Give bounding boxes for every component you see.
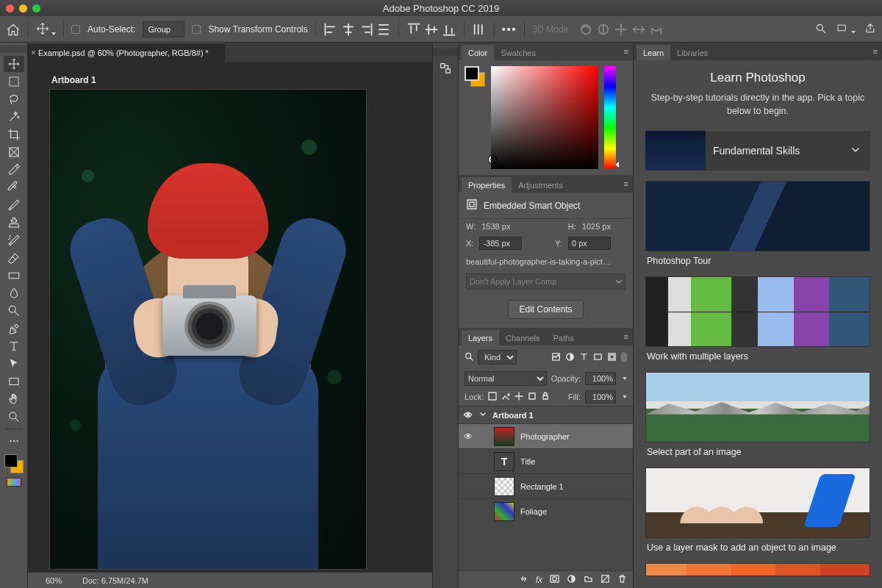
tab-swatches[interactable]: Swatches <box>494 45 542 60</box>
lock-transparent-icon[interactable] <box>488 392 497 402</box>
panel-menu-icon[interactable]: ≡ <box>624 179 628 188</box>
3d-scale-icon[interactable] <box>649 22 664 37</box>
color-field[interactable] <box>491 66 598 169</box>
align-left-icon[interactable] <box>323 22 338 37</box>
panel-grip[interactable] <box>0 46 27 53</box>
show-transform-checkbox[interactable] <box>192 25 201 34</box>
lock-position-icon[interactable] <box>514 392 523 402</box>
quick-mask-toggle[interactable] <box>7 478 21 487</box>
layer-thumb[interactable] <box>494 477 514 496</box>
link-layers-icon[interactable] <box>519 574 528 586</box>
lasso-tool[interactable] <box>4 91 24 107</box>
layer-filter-kind[interactable]: Kind <box>478 350 517 365</box>
share-icon[interactable] <box>864 23 876 36</box>
panel-menu-icon[interactable]: ≡ <box>624 47 628 56</box>
opacity-input[interactable] <box>585 372 616 385</box>
lock-image-icon[interactable] <box>501 392 510 402</box>
dodge-tool[interactable] <box>4 303 24 319</box>
edit-contents-button[interactable]: Edit Contents <box>508 300 583 319</box>
3d-slide-icon[interactable] <box>631 22 646 37</box>
doc-size[interactable]: Doc: 6.75M/24.7M <box>82 576 148 585</box>
pen-tool[interactable] <box>4 320 24 337</box>
learn-tile-mask[interactable]: Use a layer mask to add an object to an … <box>645 467 870 553</box>
chevron-down-icon[interactable] <box>479 411 487 420</box>
panel-grip[interactable] <box>433 49 458 56</box>
tab-libraries[interactable]: Libraries <box>670 45 714 60</box>
3d-pan-icon[interactable] <box>614 22 628 37</box>
learn-tile-select[interactable]: Select part of an image <box>645 372 870 457</box>
lock-all-icon[interactable] <box>541 392 550 402</box>
tab-paths[interactable]: Paths <box>547 330 581 345</box>
layer-title[interactable]: T Title <box>459 448 633 473</box>
home-button[interactable] <box>6 23 21 36</box>
prop-y-input[interactable] <box>568 237 611 250</box>
frame-tool[interactable] <box>4 144 24 160</box>
prop-x-input[interactable] <box>479 237 522 250</box>
layer-thumb[interactable]: T <box>494 452 514 471</box>
edit-toolbar[interactable] <box>4 433 24 449</box>
marquee-tool[interactable] <box>4 74 24 90</box>
layer-thumb[interactable] <box>494 427 514 446</box>
eyedropper-tool[interactable] <box>4 162 24 178</box>
more-options-icon[interactable]: ••• <box>502 24 517 35</box>
auto-select-checkbox[interactable] <box>71 25 80 34</box>
filter-pixel-icon[interactable] <box>551 352 561 363</box>
3d-orbit-icon[interactable] <box>578 22 593 37</box>
close-tab-icon[interactable]: × <box>31 48 36 58</box>
align-vcenter-icon[interactable] <box>424 22 439 37</box>
filter-search-icon[interactable] <box>465 352 473 362</box>
layer-thumb[interactable] <box>494 502 514 521</box>
filter-adjust-icon[interactable] <box>565 352 575 363</box>
layer-fx-icon[interactable]: fx <box>536 575 542 585</box>
window-close[interactable] <box>6 4 14 12</box>
blend-mode-select[interactable]: Normal <box>465 371 547 386</box>
brush-tool[interactable] <box>4 197 24 213</box>
distribute-h-icon[interactable] <box>376 22 391 37</box>
layer-comp-select[interactable]: Don't Apply Layer Comp <box>466 273 625 290</box>
adjustment-layer-icon[interactable] <box>567 574 576 586</box>
learn-tile-tour[interactable]: Photoshop Tour <box>645 181 870 266</box>
history-panel-icon[interactable] <box>437 60 453 76</box>
crop-tool[interactable] <box>4 126 24 143</box>
layer-artboard[interactable]: 👁 Artboard 1 <box>459 406 633 423</box>
tab-layers[interactable]: Layers <box>462 330 499 345</box>
blur-tool[interactable] <box>4 285 24 301</box>
3d-roll-icon[interactable] <box>596 22 611 37</box>
move-tool-icon[interactable] <box>36 22 56 37</box>
hand-tool[interactable] <box>4 391 24 407</box>
zoom-level[interactable]: 60% <box>46 576 62 585</box>
learn-tile-layers[interactable]: Work with multiple layers <box>645 276 870 362</box>
history-brush-tool[interactable] <box>4 232 24 248</box>
tab-learn[interactable]: Learn <box>637 45 670 60</box>
color-foreground-background[interactable] <box>465 66 485 87</box>
lock-artboard-icon[interactable] <box>528 392 537 402</box>
align-bottom-icon[interactable] <box>442 22 456 37</box>
visibility-icon[interactable]: 👁 <box>463 431 473 442</box>
tab-color[interactable]: Color <box>462 45 494 60</box>
trash-icon[interactable] <box>617 574 627 586</box>
gradient-tool[interactable] <box>4 268 24 284</box>
clone-stamp-tool[interactable] <box>4 215 24 231</box>
align-to-icon[interactable] <box>472 22 487 37</box>
type-tool[interactable] <box>4 338 24 354</box>
learn-tile-more[interactable] <box>645 563 870 576</box>
visibility-icon[interactable]: 👁 <box>463 410 473 420</box>
path-selection-tool[interactable] <box>4 356 24 372</box>
filter-smart-icon[interactable] <box>607 352 617 363</box>
document-tab[interactable]: × Example.psd @ 60% (Photographer, RGB/8… <box>28 43 225 62</box>
align-hcenter-icon[interactable] <box>341 22 356 37</box>
layer-group-icon[interactable] <box>584 574 593 586</box>
panel-menu-icon[interactable]: ≡ <box>873 47 878 56</box>
tab-properties[interactable]: Properties <box>462 177 512 193</box>
eraser-tool[interactable] <box>4 250 24 266</box>
window-zoom[interactable] <box>32 4 40 12</box>
zoom-tool[interactable] <box>4 409 24 425</box>
layer-foliage[interactable]: Foliage <box>459 498 633 523</box>
auto-select-target[interactable]: Group <box>143 21 184 37</box>
fill-input[interactable] <box>585 390 616 404</box>
search-icon[interactable] <box>815 23 827 36</box>
layer-rectangle[interactable]: Rectangle 1 <box>459 473 633 498</box>
new-layer-icon[interactable] <box>600 574 610 586</box>
align-top-icon[interactable] <box>406 22 421 37</box>
move-tool[interactable] <box>4 56 24 72</box>
